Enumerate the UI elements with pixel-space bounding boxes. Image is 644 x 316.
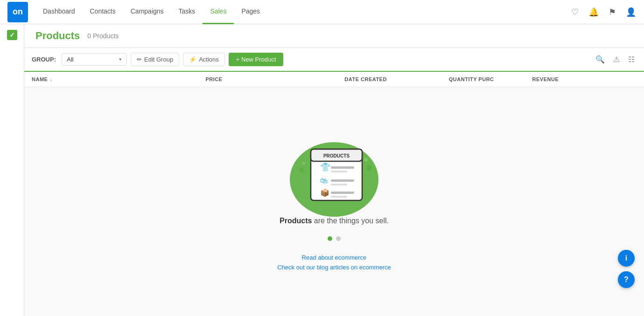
links-section: Read about ecommerce Check out our blog … [277,254,391,271]
carousel-dots [328,236,341,241]
filter-icon[interactable]: ⚠ [611,53,622,66]
chevron-down-icon: ▾ [119,56,122,62]
nav-pages[interactable]: Pages [234,0,267,24]
col-price: PRICE [205,76,344,82]
edit-group-label: Edit Group [144,56,173,63]
logo-text: on [13,7,23,17]
nav-campaigns[interactable]: Campaigns [123,0,171,24]
help-icon: ? [624,275,629,284]
svg-rect-6 [331,171,347,172]
svg-text:🛍: 🛍 [320,177,328,185]
group-dropdown[interactable]: All ▾ [62,53,127,66]
svg-rect-9 [331,184,347,185]
carousel-dot-2[interactable] [336,236,341,241]
help-float-button[interactable]: ? [618,271,635,288]
nav-links: Dashboard Contacts Campaigns Tasks Sales… [35,0,267,24]
pencil-icon: ✏ [137,56,142,63]
product-count: 0 Products [87,32,119,40]
favorites-icon[interactable]: ♡ [569,7,581,18]
search-icon[interactable]: 🔍 [594,53,607,66]
svg-rect-12 [331,196,347,198]
svg-point-16 [364,158,368,162]
svg-point-14 [302,162,305,165]
edit-group-button[interactable]: ✏ Edit Group [131,53,179,66]
notifications-icon[interactable]: 🔔 [588,7,599,18]
layout-icon[interactable]: ☷ [626,53,637,66]
empty-state-text: Products are the things you sell. [280,217,389,225]
nav-right-icons: ♡ 🔔 ⚑ 👤 [569,7,637,18]
new-product-label: + New Product [236,56,276,63]
svg-rect-11 [331,192,354,194]
page-title: Products [35,30,80,42]
nav-contacts[interactable]: Contacts [83,0,123,24]
app-logo[interactable]: on [7,2,28,22]
flag-icon[interactable]: ⚑ [607,7,618,18]
actions-button[interactable]: ⚡ Actions [183,53,225,66]
lightning-icon: ⚡ [189,56,196,63]
table-header: NAME ↓ PRICE DATE CREATED QUANTITY PURC … [24,72,644,87]
select-all-checkbox[interactable] [7,30,17,40]
info-float-button[interactable]: i [618,250,635,267]
group-label: GROUP: [32,56,56,63]
sort-icon: ↓ [49,76,52,82]
empty-state-bold: Products [280,217,312,225]
top-navigation: on Dashboard Contacts Campaigns Tasks Sa… [0,0,644,24]
col-date-created: DATE CREATED [344,76,448,82]
nav-tasks[interactable]: Tasks [171,0,203,24]
group-select-value: All [67,56,115,63]
nav-dashboard[interactable]: Dashboard [35,0,83,24]
floating-buttons: i ? [618,250,635,288]
svg-text:👕: 👕 [320,162,331,172]
svg-text:PRODUCTS: PRODUCTS [323,153,350,158]
toolbar-right: 🔍 ⚠ ☷ [594,53,637,66]
svg-rect-5 [331,166,354,169]
svg-rect-8 [331,179,354,182]
col-name: NAME ↓ [32,76,205,82]
content-area: Products 0 Products GROUP: All ▾ ✏ Edit … [24,24,644,316]
carousel-dot-1[interactable] [328,236,332,241]
new-product-button[interactable]: + New Product [229,53,284,66]
actions-label: Actions [199,56,219,63]
blog-ecommerce-link[interactable]: Check out our blog articles on ecommerce [277,264,391,271]
empty-state-suffix: are the things you sell. [312,217,389,225]
page-header: Products 0 Products [24,24,644,48]
empty-state: PRODUCTS 👕 🛍 📦 Products [24,87,644,316]
read-ecommerce-link[interactable]: Read about ecommerce [302,254,367,261]
products-illustration: PRODUCTS 👕 🛍 📦 [283,133,385,217]
col-quantity: QUANTITY PURC [449,76,532,82]
info-icon: i [625,254,627,262]
profile-icon[interactable]: 👤 [625,7,637,18]
sidebar-checkbox-area [0,24,24,316]
nav-sales[interactable]: Sales [203,0,234,24]
svg-text:📦: 📦 [320,188,329,197]
toolbar: GROUP: All ▾ ✏ Edit Group ⚡ Actions + Ne… [24,48,644,72]
main-layout: Products 0 Products GROUP: All ▾ ✏ Edit … [0,24,644,316]
col-revenue: REVENUE [532,76,637,82]
svg-point-13 [299,168,304,172]
svg-point-15 [366,165,372,171]
